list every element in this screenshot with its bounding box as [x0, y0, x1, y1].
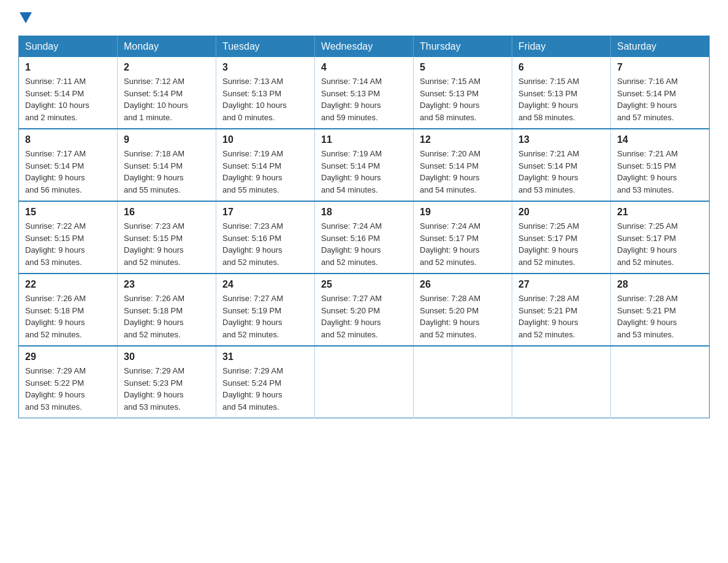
weekday-header-wednesday: Wednesday — [315, 36, 414, 58]
calendar-day-cell: 4 Sunrise: 7:14 AMSunset: 5:13 PMDayligh… — [315, 57, 414, 129]
weekday-header-tuesday: Tuesday — [216, 36, 315, 58]
day-info: Sunrise: 7:17 AMSunset: 5:14 PMDaylight:… — [25, 148, 111, 196]
day-number: 26 — [420, 279, 506, 290]
day-number: 6 — [518, 62, 604, 73]
calendar-header-row: SundayMondayTuesdayWednesdayThursdayFrid… — [19, 36, 710, 58]
weekday-header-saturday: Saturday — [611, 36, 710, 58]
calendar-day-cell — [512, 346, 611, 418]
calendar-day-cell: 27 Sunrise: 7:28 AMSunset: 5:21 PMDaylig… — [512, 274, 611, 346]
calendar-day-cell: 31 Sunrise: 7:29 AMSunset: 5:24 PMDaylig… — [216, 346, 315, 418]
day-number: 1 — [25, 62, 111, 73]
calendar-day-cell: 5 Sunrise: 7:15 AMSunset: 5:13 PMDayligh… — [414, 57, 512, 129]
calendar-day-cell: 8 Sunrise: 7:17 AMSunset: 5:14 PMDayligh… — [19, 129, 118, 201]
calendar-day-cell: 9 Sunrise: 7:18 AMSunset: 5:14 PMDayligh… — [118, 129, 216, 201]
logo — [18, 12, 33, 23]
day-info: Sunrise: 7:21 AMSunset: 5:14 PMDaylight:… — [518, 148, 604, 196]
day-info: Sunrise: 7:13 AMSunset: 5:13 PMDaylight:… — [222, 75, 308, 123]
calendar-day-cell — [414, 346, 512, 418]
day-number: 21 — [617, 207, 703, 218]
day-info: Sunrise: 7:20 AMSunset: 5:14 PMDaylight:… — [420, 148, 506, 196]
day-number: 10 — [222, 134, 308, 145]
calendar-day-cell: 3 Sunrise: 7:13 AMSunset: 5:13 PMDayligh… — [216, 57, 315, 129]
day-number: 8 — [25, 134, 111, 145]
day-info: Sunrise: 7:18 AMSunset: 5:14 PMDaylight:… — [124, 148, 210, 196]
calendar-week-row: 1 Sunrise: 7:11 AMSunset: 5:14 PMDayligh… — [19, 57, 710, 129]
day-info: Sunrise: 7:26 AMSunset: 5:18 PMDaylight:… — [25, 293, 111, 340]
calendar-day-cell — [315, 346, 414, 418]
calendar-day-cell: 16 Sunrise: 7:23 AMSunset: 5:15 PMDaylig… — [118, 201, 216, 274]
day-number: 19 — [420, 207, 506, 218]
day-info: Sunrise: 7:24 AMSunset: 5:16 PMDaylight:… — [321, 220, 407, 268]
day-number: 15 — [25, 207, 111, 218]
day-info: Sunrise: 7:29 AMSunset: 5:22 PMDaylight:… — [25, 365, 111, 413]
day-number: 20 — [518, 207, 604, 218]
day-number: 27 — [518, 279, 604, 290]
day-number: 17 — [222, 207, 308, 218]
weekday-header-monday: Monday — [118, 36, 216, 58]
day-number: 18 — [321, 207, 407, 218]
day-info: Sunrise: 7:24 AMSunset: 5:17 PMDaylight:… — [420, 220, 506, 268]
calendar-week-row: 29 Sunrise: 7:29 AMSunset: 5:22 PMDaylig… — [19, 346, 710, 418]
calendar-day-cell: 17 Sunrise: 7:23 AMSunset: 5:16 PMDaylig… — [216, 201, 315, 274]
day-info: Sunrise: 7:19 AMSunset: 5:14 PMDaylight:… — [222, 148, 308, 196]
day-number: 4 — [321, 62, 407, 73]
day-info: Sunrise: 7:14 AMSunset: 5:13 PMDaylight:… — [321, 75, 407, 123]
calendar-day-cell: 11 Sunrise: 7:19 AMSunset: 5:14 PMDaylig… — [315, 129, 414, 201]
day-number: 24 — [222, 279, 308, 290]
calendar-day-cell: 2 Sunrise: 7:12 AMSunset: 5:14 PMDayligh… — [118, 57, 216, 129]
calendar-day-cell: 23 Sunrise: 7:26 AMSunset: 5:18 PMDaylig… — [118, 274, 216, 346]
weekday-header-friday: Friday — [512, 36, 611, 58]
calendar-day-cell: 12 Sunrise: 7:20 AMSunset: 5:14 PMDaylig… — [414, 129, 512, 201]
day-info: Sunrise: 7:26 AMSunset: 5:18 PMDaylight:… — [124, 293, 210, 340]
day-info: Sunrise: 7:28 AMSunset: 5:20 PMDaylight:… — [420, 293, 506, 340]
calendar-table: SundayMondayTuesdayWednesdayThursdayFrid… — [18, 36, 710, 418]
day-number: 2 — [124, 62, 210, 73]
calendar-day-cell: 21 Sunrise: 7:25 AMSunset: 5:17 PMDaylig… — [611, 201, 710, 274]
day-info: Sunrise: 7:15 AMSunset: 5:13 PMDaylight:… — [420, 75, 506, 123]
day-number: 29 — [25, 351, 111, 362]
calendar-day-cell: 29 Sunrise: 7:29 AMSunset: 5:22 PMDaylig… — [19, 346, 118, 418]
calendar-week-row: 15 Sunrise: 7:22 AMSunset: 5:15 PMDaylig… — [19, 201, 710, 274]
calendar-day-cell — [611, 346, 710, 418]
day-number: 11 — [321, 134, 407, 145]
day-info: Sunrise: 7:23 AMSunset: 5:16 PMDaylight:… — [222, 220, 308, 268]
calendar-day-cell: 15 Sunrise: 7:22 AMSunset: 5:15 PMDaylig… — [19, 201, 118, 274]
day-number: 9 — [124, 134, 210, 145]
day-info: Sunrise: 7:25 AMSunset: 5:17 PMDaylight:… — [617, 220, 703, 268]
day-info: Sunrise: 7:28 AMSunset: 5:21 PMDaylight:… — [518, 293, 604, 340]
day-number: 31 — [222, 351, 308, 362]
logo-arrow-icon — [20, 12, 32, 23]
day-info: Sunrise: 7:22 AMSunset: 5:15 PMDaylight:… — [25, 220, 111, 268]
calendar-day-cell: 6 Sunrise: 7:15 AMSunset: 5:13 PMDayligh… — [512, 57, 611, 129]
day-info: Sunrise: 7:19 AMSunset: 5:14 PMDaylight:… — [321, 148, 407, 196]
calendar-day-cell: 25 Sunrise: 7:27 AMSunset: 5:20 PMDaylig… — [315, 274, 414, 346]
day-info: Sunrise: 7:16 AMSunset: 5:14 PMDaylight:… — [617, 75, 703, 123]
day-info: Sunrise: 7:29 AMSunset: 5:23 PMDaylight:… — [124, 365, 210, 413]
day-number: 12 — [420, 134, 506, 145]
calendar-day-cell: 24 Sunrise: 7:27 AMSunset: 5:19 PMDaylig… — [216, 274, 315, 346]
day-info: Sunrise: 7:11 AMSunset: 5:14 PMDaylight:… — [25, 75, 111, 123]
day-number: 13 — [518, 134, 604, 145]
day-number: 16 — [124, 207, 210, 218]
weekday-header-sunday: Sunday — [19, 36, 118, 58]
calendar-day-cell: 14 Sunrise: 7:21 AMSunset: 5:15 PMDaylig… — [611, 129, 710, 201]
day-number: 30 — [124, 351, 210, 362]
calendar-day-cell: 10 Sunrise: 7:19 AMSunset: 5:14 PMDaylig… — [216, 129, 315, 201]
calendar-day-cell: 26 Sunrise: 7:28 AMSunset: 5:20 PMDaylig… — [414, 274, 512, 346]
day-info: Sunrise: 7:12 AMSunset: 5:14 PMDaylight:… — [124, 75, 210, 123]
day-number: 14 — [617, 134, 703, 145]
day-number: 22 — [25, 279, 111, 290]
day-number: 23 — [124, 279, 210, 290]
calendar-day-cell: 20 Sunrise: 7:25 AMSunset: 5:17 PMDaylig… — [512, 201, 611, 274]
calendar-week-row: 22 Sunrise: 7:26 AMSunset: 5:18 PMDaylig… — [19, 274, 710, 346]
calendar-day-cell: 1 Sunrise: 7:11 AMSunset: 5:14 PMDayligh… — [19, 57, 118, 129]
calendar-day-cell: 19 Sunrise: 7:24 AMSunset: 5:17 PMDaylig… — [414, 201, 512, 274]
day-info: Sunrise: 7:23 AMSunset: 5:15 PMDaylight:… — [124, 220, 210, 268]
day-number: 7 — [617, 62, 703, 73]
day-info: Sunrise: 7:15 AMSunset: 5:13 PMDaylight:… — [518, 75, 604, 123]
day-info: Sunrise: 7:27 AMSunset: 5:20 PMDaylight:… — [321, 293, 407, 340]
calendar-day-cell: 13 Sunrise: 7:21 AMSunset: 5:14 PMDaylig… — [512, 129, 611, 201]
calendar-day-cell: 7 Sunrise: 7:16 AMSunset: 5:14 PMDayligh… — [611, 57, 710, 129]
day-number: 28 — [617, 279, 703, 290]
weekday-header-thursday: Thursday — [414, 36, 512, 58]
